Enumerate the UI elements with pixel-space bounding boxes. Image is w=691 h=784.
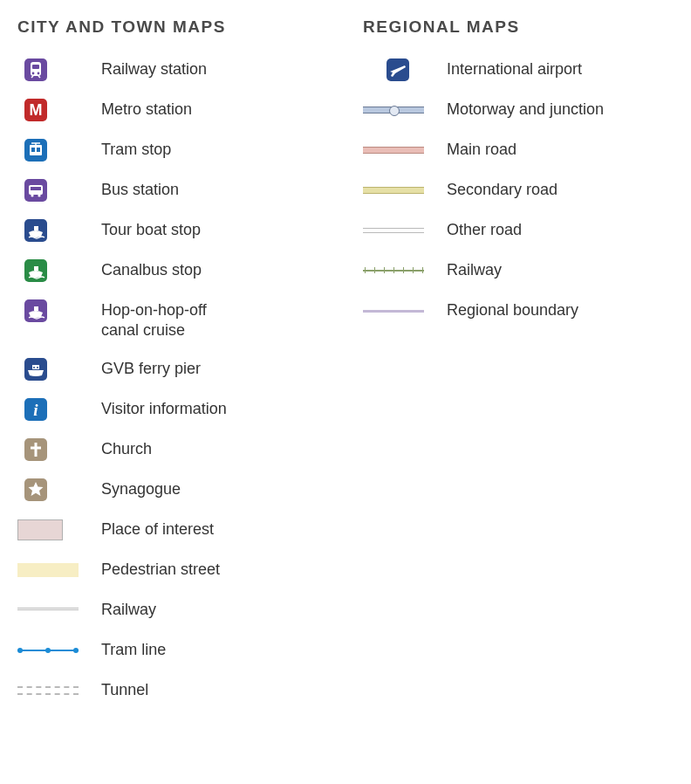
label-tour-boat-stop: Tour boat stop: [87, 218, 201, 240]
legend-row-intl-airport: International airport: [363, 58, 674, 82]
legend-row-gvb-ferry-pier: GVB ferry pier: [17, 357, 328, 382]
info-icon: [24, 398, 47, 421]
label-church: Church: [87, 437, 152, 459]
symbol-tunnel: [17, 678, 87, 703]
symbol-place-of-interest: [17, 518, 87, 542]
label-motorway: Motorway and junction: [433, 98, 604, 120]
label-place-of-interest: Place of interest: [87, 518, 214, 540]
symbol-regional-railway: [363, 258, 433, 283]
symbol-motorway: [363, 98, 433, 122]
symbol-tour-boat-stop: [17, 218, 87, 243]
label-regional-railway: Railway: [433, 258, 502, 280]
symbol-other-road: [363, 218, 433, 243]
label-visitor-info: Visitor information: [87, 397, 227, 419]
legend-row-canalbus-stop: Canalbus stop: [17, 258, 328, 283]
symbol-canalbus-stop: [17, 258, 87, 283]
symbol-railway-station: [17, 58, 87, 82]
label-bus-station: Bus station: [87, 178, 179, 200]
symbol-synagogue: [17, 478, 87, 502]
symbol-secondary-road: [363, 178, 433, 203]
railway-line-symbol: [17, 608, 79, 612]
label-synagogue: Synagogue: [87, 478, 181, 499]
boat-icon: [24, 259, 47, 282]
symbol-main-road: [363, 138, 433, 162]
legend-row-other-road: Other road: [363, 218, 674, 243]
legend-row-tour-boat-stop: Tour boat stop: [17, 218, 328, 243]
bus-icon: [24, 179, 47, 202]
tunnel-symbol: [17, 686, 79, 695]
label-pedestrian-street: Pedestrian street: [87, 558, 220, 580]
label-railway-line: Railway: [87, 598, 156, 620]
symbol-metro-station: [17, 98, 87, 122]
label-metro-station: Metro station: [87, 98, 192, 120]
symbol-hop-on-hop-off: [17, 299, 87, 323]
boat-icon: [24, 299, 47, 322]
pedestrian-street-symbol: [17, 563, 79, 577]
legend-row-railway-line: Railway: [17, 598, 328, 622]
symbol-tram-stop: [17, 138, 87, 162]
ferry-icon: [24, 358, 47, 381]
city-legend-list: Railway stationMetro stationTram stopBus…: [17, 58, 328, 703]
label-canalbus-stop: Canalbus stop: [87, 258, 202, 280]
legend-row-bus-station: Bus station: [17, 178, 328, 203]
label-hop-on-hop-off: Hop-on-hop-offcanal cruise: [87, 299, 207, 341]
symbol-bus-station: [17, 178, 87, 203]
symbol-railway-line: [17, 598, 87, 622]
legend-columns: CITY AND TOWN MAPS Railway stationMetro …: [17, 17, 674, 719]
label-other-road: Other road: [433, 218, 522, 240]
legend-row-tram-line: Tram line: [17, 638, 328, 663]
city-column: CITY AND TOWN MAPS Railway stationMetro …: [17, 17, 328, 719]
symbol-intl-airport: [363, 58, 433, 82]
legend-row-metro-station: Metro station: [17, 98, 328, 122]
regional-legend-list: International airportMotorway and juncti…: [363, 58, 674, 323]
other-road-symbol: [363, 228, 424, 233]
symbol-gvb-ferry-pier: [17, 357, 87, 382]
tram-icon: [24, 139, 47, 162]
label-railway-station: Railway station: [87, 58, 207, 79]
symbol-visitor-info: [17, 397, 87, 422]
star-icon: [24, 478, 47, 501]
tram-line-symbol: [17, 650, 79, 651]
motorway-symbol: [363, 107, 424, 113]
label-intl-airport: International airport: [433, 58, 582, 79]
legend-row-regional-boundary: Regional boundary: [363, 299, 674, 323]
legend-row-place-of-interest: Place of interest: [17, 518, 328, 542]
place-of-interest-symbol: [17, 519, 63, 540]
legend-row-regional-railway: Railway: [363, 258, 674, 283]
legend-row-tunnel: Tunnel: [17, 678, 328, 703]
symbol-tram-line: [17, 638, 87, 663]
symbol-pedestrian-street: [17, 558, 87, 582]
label-gvb-ferry-pier: GVB ferry pier: [87, 357, 201, 379]
legend-row-synagogue: Synagogue: [17, 478, 328, 502]
legend-row-tram-stop: Tram stop: [17, 138, 328, 162]
metro-icon: [24, 99, 47, 121]
label-secondary-road: Secondary road: [433, 178, 558, 200]
legend-row-visitor-info: Visitor information: [17, 397, 328, 422]
regional-heading: REGIONAL MAPS: [363, 17, 674, 37]
legend-row-pedestrian-street: Pedestrian street: [17, 558, 328, 582]
legend-row-hop-on-hop-off: Hop-on-hop-offcanal cruise: [17, 299, 328, 341]
regional-boundary-symbol: [363, 310, 424, 313]
railway-ticks-symbol: [363, 270, 424, 272]
symbol-church: [17, 437, 87, 462]
legend-row-railway-station: Railway station: [17, 58, 328, 82]
train-icon: [24, 58, 47, 81]
label-regional-boundary: Regional boundary: [433, 299, 578, 320]
secondary-road-symbol: [363, 187, 424, 194]
legend-row-main-road: Main road: [363, 138, 674, 162]
label-tunnel: Tunnel: [87, 678, 148, 700]
legend-row-church: Church: [17, 437, 328, 462]
label-main-road: Main road: [433, 138, 517, 160]
legend-row-secondary-road: Secondary road: [363, 178, 674, 203]
label-tram-stop: Tram stop: [87, 138, 171, 160]
city-heading: CITY AND TOWN MAPS: [17, 17, 328, 37]
label-tram-line: Tram line: [87, 638, 166, 660]
boat-icon: [24, 219, 47, 242]
symbol-regional-boundary: [363, 299, 433, 323]
cross-icon: [24, 438, 47, 461]
main-road-symbol: [363, 147, 424, 154]
regional-column: REGIONAL MAPS International airportMotor…: [363, 17, 674, 719]
legend-row-motorway: Motorway and junction: [363, 98, 674, 122]
plane-icon: [387, 58, 409, 81]
